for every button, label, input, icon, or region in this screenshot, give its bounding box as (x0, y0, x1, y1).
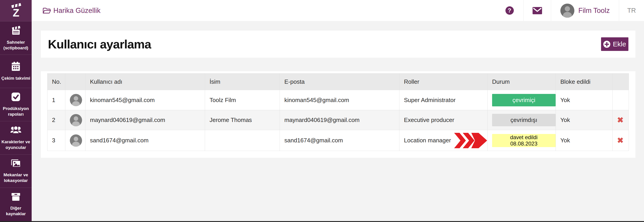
col-header-username: Kullanıcı adı (86, 74, 205, 90)
page-title: Kullanıcı ayarlama (48, 37, 151, 51)
help-button[interactable]: ? (496, 0, 523, 21)
topbar-right: ? Film Toolz TR (496, 0, 644, 21)
email-cell: sand1674@gmail.com (280, 130, 400, 151)
sidebar-item-label: Çekim takvimi (1, 76, 30, 81)
avatar-cell (65, 130, 86, 151)
avatar (70, 134, 82, 147)
col-header-name: İsim (205, 74, 280, 90)
project-name: Harika Güzellik (53, 7, 100, 15)
role-cell: Super Administrator (400, 90, 488, 110)
role-label: Location manager (404, 137, 451, 144)
row-number: 1 (48, 90, 65, 110)
sidebar: Z Sahneler (sctip (0, 0, 32, 222)
role-cell: Location manager (400, 130, 488, 151)
delete-button[interactable]: ✖ (617, 116, 624, 124)
sidebar-item-karakterler[interactable]: Karakterler ve oyuncular (0, 121, 32, 154)
status-badge: çevrimiçi (492, 94, 556, 106)
actions-cell: ✖ (612, 110, 629, 130)
z-clapper-logo-icon: Z (9, 3, 23, 19)
avatar-cell (65, 90, 86, 110)
bottom-edge-strip (0, 221, 644, 222)
table-row: 2 maynard040619@gmail.com Jerome Thomas … (48, 110, 629, 130)
avatar (70, 114, 82, 126)
check-square-icon (11, 92, 20, 103)
sidebar-item-label: Karakterler ve oyuncular (1, 139, 30, 150)
calendar-icon (11, 61, 21, 72)
blocked-cell: Yok (556, 130, 612, 151)
col-header-avatar (65, 74, 86, 90)
sidebar-item-mekanlar[interactable]: Mekanlar ve lokasyonlar (0, 154, 32, 188)
status-badge: çevrimdışı (492, 114, 556, 126)
add-button[interactable]: Ekle (601, 37, 628, 51)
app-root: Z Sahneler (sctip (0, 0, 644, 222)
sidebar-item-sahneler[interactable]: Sahneler (sctipboard) (0, 21, 32, 55)
delete-button[interactable]: ✖ (617, 136, 624, 144)
status-line-1: davet edildi (510, 134, 538, 140)
username-cell: kinoman545@gmail.com (86, 90, 205, 110)
folder-open-icon (42, 7, 51, 14)
topbar: Harika Güzellik ? Film (32, 0, 644, 21)
actions-cell (612, 90, 629, 110)
photos-icon (10, 159, 21, 169)
name-cell (205, 130, 280, 151)
title-card: Kullanıcı ayarlama Ekle (41, 31, 636, 58)
row-number: 2 (48, 110, 65, 130)
sidebar-item-cekim-takvimi[interactable]: Çekim takvimi (0, 55, 32, 88)
status-cell: davet edildi 08.08.2023 (488, 130, 556, 151)
avatar-cell (65, 110, 86, 130)
status-cell: çevrimiçi (488, 90, 556, 110)
messages-button[interactable] (523, 0, 551, 21)
role-cell: Executive producer (400, 110, 488, 130)
sidebar-item-produksiyon-rapolari[interactable]: Prodüksiyon rapoları (0, 88, 32, 121)
account-button[interactable]: Film Toolz (551, 0, 619, 21)
email-cell: maynard040619@gmail.com (280, 110, 400, 130)
status-cell: çevrimdışı (488, 110, 556, 130)
app-logo[interactable]: Z (0, 0, 32, 21)
username-cell: maynard040619@gmail.com (86, 110, 205, 130)
col-header-actions (612, 74, 629, 90)
table-row: 3 sand1674@gmail.com sand1674@gmail.com … (48, 130, 629, 151)
username-cell: sand1674@gmail.com (86, 130, 205, 151)
col-header-status: Durum (488, 74, 556, 90)
blocked-cell: Yok (556, 90, 612, 110)
blocked-cell: Yok (556, 110, 612, 130)
avatar (560, 4, 574, 18)
status-line-2: 08.08.2023 (510, 140, 537, 147)
clapperboard-icon (10, 25, 21, 36)
people-icon (10, 125, 22, 136)
sidebar-item-label: Diğer kaynaklar (1, 205, 30, 216)
row-number: 3 (48, 130, 65, 151)
svg-text:Z: Z (13, 7, 19, 19)
box-icon (11, 192, 21, 202)
envelope-icon (532, 7, 542, 15)
name-cell: Jerome Thomas (205, 110, 280, 130)
col-header-email: E-posta (280, 74, 400, 90)
avatar (70, 94, 82, 106)
users-table-card: No. Kullanıcı adı İsim E-posta Roller Du… (41, 71, 636, 158)
col-header-roles: Roller (400, 74, 488, 90)
sidebar-item-label: Mekanlar ve lokasyonlar (1, 172, 30, 183)
status-badge: davet edildi 08.08.2023 (492, 134, 556, 147)
language-button[interactable]: TR (619, 0, 644, 21)
help-icon: ? (506, 6, 514, 15)
plus-circle-icon (603, 41, 610, 48)
sidebar-item-label: Prodüksiyon rapoları (1, 106, 30, 117)
col-header-blocked: Bloke edildi (556, 74, 612, 90)
sidebar-item-diger-kaynaklar[interactable]: Diğer kaynaklar (0, 188, 32, 221)
project-selector[interactable]: Harika Güzellik (42, 0, 100, 21)
col-header-no: No. (48, 74, 65, 90)
account-name: Film Toolz (578, 7, 610, 15)
sidebar-nav: Sahneler (sctipboard) Çekim t (0, 21, 32, 221)
email-cell: kinoman545@gmail.com (280, 90, 400, 110)
sidebar-item-label: Sahneler (sctipboard) (1, 40, 30, 51)
table-row: 1 kinoman545@gmail.com Toolz Film kinoma… (48, 90, 629, 110)
users-table: No. Kullanıcı adı İsim E-posta Roller Du… (47, 73, 629, 151)
table-header-row: No. Kullanıcı adı İsim E-posta Roller Du… (48, 74, 629, 90)
invite-arrows-icon (454, 132, 488, 149)
name-cell: Toolz Film (205, 90, 280, 110)
add-button-label: Ekle (613, 40, 626, 48)
actions-cell: ✖ (612, 130, 629, 151)
